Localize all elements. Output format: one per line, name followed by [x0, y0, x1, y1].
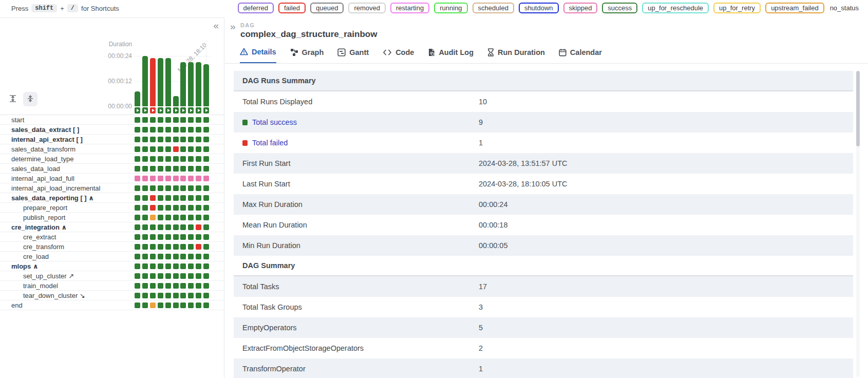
task-instance-square[interactable] — [150, 205, 156, 211]
task-instance-square[interactable] — [173, 293, 179, 298]
run-duration-bar[interactable] — [135, 91, 140, 106]
task-instance-square[interactable] — [135, 234, 140, 240]
run-duration-bar[interactable] — [150, 58, 156, 106]
task-instance-square[interactable] — [173, 234, 179, 240]
run-duration-bar[interactable] — [203, 64, 209, 106]
task-instance-square[interactable] — [203, 273, 209, 279]
task-instance-square[interactable] — [165, 254, 171, 259]
task-instance-square[interactable] — [173, 283, 179, 289]
task-label[interactable]: prepare_report — [23, 204, 67, 212]
task-label[interactable]: internal_api_load_full — [11, 175, 74, 182]
task-instance-square[interactable] — [150, 195, 156, 201]
task-instance-square[interactable] — [142, 146, 148, 152]
task-instance-square[interactable] — [196, 273, 201, 279]
task-instance-square[interactable] — [196, 117, 201, 123]
task-instance-square[interactable] — [188, 244, 194, 250]
task-instance-square[interactable] — [150, 273, 156, 279]
task-instance-square[interactable] — [188, 127, 194, 133]
task-label[interactable]: train_model — [23, 282, 58, 290]
task-instance-square[interactable] — [158, 117, 163, 123]
task-instance-square[interactable] — [173, 156, 179, 162]
task-instance-square[interactable] — [196, 127, 201, 133]
dag-run-state-square[interactable] — [203, 107, 209, 114]
task-instance-square[interactable] — [150, 185, 156, 191]
task-instance-square[interactable] — [173, 176, 179, 181]
task-instance-square[interactable] — [203, 234, 209, 240]
task-instance-square[interactable] — [180, 156, 186, 162]
task-instance-square[interactable] — [196, 244, 201, 250]
task-instance-square[interactable] — [180, 215, 186, 220]
task-instance-square[interactable] — [203, 166, 209, 172]
task-instance-square[interactable] — [142, 137, 148, 142]
task-instance-square[interactable] — [142, 215, 148, 220]
task-instance-square[interactable] — [196, 224, 201, 230]
tab-run-duration[interactable]: Run Duration — [487, 46, 545, 64]
task-instance-square[interactable] — [180, 146, 186, 152]
task-instance-square[interactable] — [150, 224, 156, 230]
task-label[interactable]: sales_data_transform — [11, 145, 76, 153]
task-instance-square[interactable] — [196, 205, 201, 211]
task-instance-square[interactable] — [150, 137, 156, 142]
task-label[interactable]: cre_integration ∧ — [11, 223, 67, 231]
dag-run-state-square[interactable] — [173, 107, 179, 114]
task-instance-square[interactable] — [173, 137, 179, 142]
task-instance-square[interactable] — [180, 137, 186, 142]
task-instance-square[interactable] — [188, 166, 194, 172]
filter-link[interactable]: Total success — [252, 118, 297, 126]
task-instance-square[interactable] — [135, 303, 140, 308]
task-instance-square[interactable] — [173, 254, 179, 259]
task-instance-square[interactable] — [196, 293, 201, 298]
task-instance-square[interactable] — [188, 156, 194, 162]
task-instance-square[interactable] — [165, 303, 171, 308]
task-instance-square[interactable] — [158, 205, 163, 211]
task-label[interactable]: cre_transform — [23, 243, 64, 251]
task-label[interactable]: internal_api_extract [ ] — [11, 136, 83, 143]
task-instance-square[interactable] — [135, 283, 140, 289]
task-instance-square[interactable] — [142, 234, 148, 240]
dag-run-state-square[interactable] — [135, 107, 140, 114]
task-instance-square[interactable] — [142, 205, 148, 211]
task-instance-square[interactable] — [173, 166, 179, 172]
task-instance-square[interactable] — [196, 283, 201, 289]
task-instance-square[interactable] — [188, 137, 194, 142]
task-instance-square[interactable] — [188, 283, 194, 289]
task-label[interactable]: sales_data_load — [11, 165, 60, 173]
task-instance-square[interactable] — [150, 293, 156, 298]
dag-run-state-square[interactable] — [165, 107, 171, 114]
task-label[interactable]: sales_data_extract [ ] — [11, 126, 79, 134]
task-instance-square[interactable] — [158, 176, 163, 181]
task-instance-square[interactable] — [180, 176, 186, 181]
task-instance-square[interactable] — [196, 254, 201, 259]
task-instance-square[interactable] — [142, 303, 148, 308]
task-instance-square[interactable] — [188, 117, 194, 123]
task-instance-square[interactable] — [158, 146, 163, 152]
task-instance-square[interactable] — [142, 293, 148, 298]
task-label[interactable]: cre_extract — [23, 233, 56, 241]
task-instance-square[interactable] — [135, 117, 140, 123]
task-instance-square[interactable] — [180, 263, 186, 269]
task-instance-square[interactable] — [173, 195, 179, 201]
task-instance-square[interactable] — [150, 254, 156, 259]
task-instance-square[interactable] — [150, 234, 156, 240]
task-instance-square[interactable] — [203, 283, 209, 289]
task-instance-square[interactable] — [188, 303, 194, 308]
task-instance-square[interactable] — [203, 215, 209, 220]
task-instance-square[interactable] — [142, 224, 148, 230]
task-instance-square[interactable] — [142, 185, 148, 191]
task-label[interactable]: internal_api_load_incremental — [11, 184, 100, 192]
task-instance-square[interactable] — [173, 205, 179, 211]
task-instance-square[interactable] — [188, 234, 194, 240]
task-instance-square[interactable] — [188, 205, 194, 211]
task-instance-square[interactable] — [165, 185, 171, 191]
task-instance-square[interactable] — [135, 244, 140, 250]
task-instance-square[interactable] — [203, 254, 209, 259]
task-instance-square[interactable] — [173, 185, 179, 191]
task-instance-square[interactable] — [165, 117, 171, 123]
task-instance-square[interactable] — [180, 224, 186, 230]
task-instance-square[interactable] — [135, 263, 140, 269]
task-instance-square[interactable] — [173, 303, 179, 308]
task-instance-square[interactable] — [158, 215, 163, 220]
task-instance-square[interactable] — [158, 127, 163, 133]
task-instance-square[interactable] — [158, 185, 163, 191]
task-instance-square[interactable] — [158, 137, 163, 142]
